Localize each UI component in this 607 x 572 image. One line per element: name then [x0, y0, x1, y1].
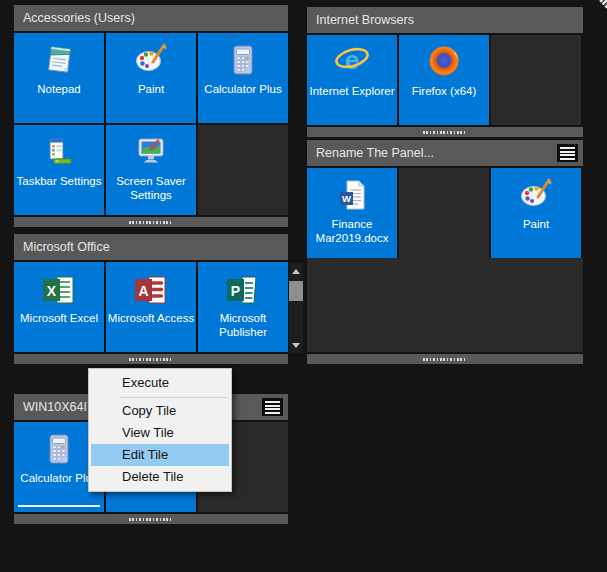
tile-paint[interactable]: Paint — [106, 33, 196, 123]
taskbar-settings-icon — [41, 129, 77, 169]
tile-label: Calculator Plus — [204, 82, 281, 96]
hamburger-icon — [560, 147, 575, 160]
paint-icon — [133, 37, 169, 77]
panel-title: Internet Browsers — [316, 13, 414, 27]
panel-header-rename-panel[interactable]: Rename The Panel... — [307, 140, 583, 166]
panel-resize-handle[interactable] — [14, 514, 288, 524]
notepad-icon — [41, 37, 77, 77]
tile-screen-saver-settings[interactable]: Screen Saver Settings — [106, 125, 196, 215]
drag-dots-icon — [423, 358, 467, 361]
tile-label: Microsoft Publisher — [199, 311, 287, 339]
publisher-icon: P — [221, 266, 265, 306]
drag-dots-icon — [423, 131, 467, 134]
drag-dots-icon — [129, 221, 173, 224]
panel-resize-handle[interactable] — [14, 354, 288, 364]
tile-notepad[interactable]: Notepad — [14, 33, 104, 123]
tile-label: Paint — [523, 217, 549, 231]
tile-label: Paint — [138, 82, 164, 96]
menu-separator — [119, 397, 228, 398]
drag-dots-icon — [129, 518, 173, 521]
tile-microsoft-access[interactable]: AMicrosoft Access — [106, 262, 196, 352]
panel-header-internet-browsers[interactable]: Internet Browsers — [307, 7, 583, 33]
panel-menu-button[interactable] — [557, 144, 578, 162]
menu-item-execute[interactable]: Execute — [91, 371, 229, 395]
tile-label: Notepad — [37, 82, 80, 96]
panel-scrollbar[interactable] — [289, 263, 303, 353]
tile-taskbar-settings[interactable]: Taskbar Settings — [14, 125, 104, 215]
internet-explorer-icon: e — [333, 39, 371, 79]
panel-resize-handle[interactable] — [307, 354, 583, 364]
access-icon: A — [129, 266, 173, 306]
panel-resize-handle[interactable] — [307, 127, 583, 137]
panel-accessories: Accessories (Users)NotepadPaintCalculato… — [14, 5, 288, 227]
calculator-icon — [42, 426, 76, 466]
svg-text:W: W — [342, 193, 351, 204]
panel-title: Rename The Panel... — [316, 146, 434, 160]
scroll-up-button[interactable] — [289, 265, 303, 277]
tile-label: Screen Saver Settings — [107, 174, 195, 202]
scrollbar-thumb[interactable] — [289, 281, 303, 301]
menu-item-copy-tile[interactable]: Copy Tile — [91, 400, 229, 422]
tile-label: Taskbar Settings — [16, 174, 101, 188]
hamburger-icon — [265, 401, 280, 414]
tile-label: Microsoft Excel — [20, 311, 98, 325]
paint-icon — [518, 172, 554, 212]
panel-header-accessories[interactable]: Accessories (Users) — [14, 5, 288, 31]
panel-rename-panel: Rename The Panel...WFinance Mar2019.docx… — [307, 140, 583, 364]
active-tile-indicator — [18, 505, 100, 507]
scroll-down-button[interactable] — [289, 339, 303, 351]
tile-launcher-app: Accessories (Users)NotepadPaintCalculato… — [0, 0, 607, 572]
svg-text:A: A — [138, 283, 148, 299]
empty-cell — [399, 168, 489, 258]
tile-grid: NotepadPaintCalculator PlusTaskbar Setti… — [14, 33, 288, 215]
panel-body-empty-area — [307, 258, 583, 352]
tile-paint[interactable]: Paint — [491, 168, 581, 258]
tile-grid: WFinance Mar2019.docxPaint — [307, 168, 583, 258]
menu-item-edit-tile[interactable]: Edit Tile — [91, 444, 229, 466]
menu-item-delete-tile[interactable]: Delete Tile — [91, 466, 229, 488]
word-document-icon: W — [335, 172, 369, 212]
panel-menu-button[interactable] — [262, 398, 283, 416]
tile-label: Firefox (x64) — [412, 84, 477, 98]
tile-grid: eInternet ExplorerFirefox (x64) — [307, 35, 583, 125]
screen-saver-icon — [133, 129, 169, 169]
tile-calculator-plus[interactable]: Calculator Plus — [198, 33, 288, 123]
calculator-icon — [226, 37, 260, 77]
tile-label: Internet Explorer — [309, 84, 394, 98]
pencil-cursor — [589, 0, 607, 18]
tile-label: Finance Mar2019.docx — [308, 217, 396, 245]
firefox-icon — [426, 39, 462, 79]
panel-title: Accessories (Users) — [23, 11, 135, 25]
scroll-up-arrow — [292, 269, 300, 274]
scroll-down-arrow — [292, 343, 300, 348]
tile-microsoft-excel[interactable]: XMicrosoft Excel — [14, 262, 104, 352]
context-menu: ExecuteCopy TileView TileEdit TileDelete… — [88, 368, 232, 492]
drag-dots-icon — [129, 358, 173, 361]
tile-grid: XMicrosoft ExcelAMicrosoft AccessPMicros… — [14, 262, 288, 352]
tile-label: Microsoft Access — [108, 311, 194, 325]
panel-resize-handle[interactable] — [14, 217, 288, 227]
tile-microsoft-publisher[interactable]: PMicrosoft Publisher — [198, 262, 288, 352]
empty-cell — [198, 125, 288, 215]
menu-item-view-tile[interactable]: View Tile — [91, 422, 229, 444]
tile-firefox-x64[interactable]: Firefox (x64) — [399, 35, 489, 125]
tile-internet-explorer[interactable]: eInternet Explorer — [307, 35, 397, 125]
panel-internet-browsers: Internet BrowserseInternet ExplorerFiref… — [307, 7, 583, 137]
panel-microsoft-office: Microsoft OfficeXMicrosoft ExcelAMicroso… — [14, 234, 288, 364]
tile-label: Calculator Plus — [20, 471, 97, 485]
svg-text:P: P — [231, 283, 240, 299]
empty-cell — [491, 35, 581, 125]
excel-icon: X — [37, 266, 81, 306]
panel-header-microsoft-office[interactable]: Microsoft Office — [14, 234, 288, 260]
tile-finance-mar2019-docx[interactable]: WFinance Mar2019.docx — [307, 168, 397, 258]
svg-text:X: X — [47, 283, 57, 299]
panel-title: Microsoft Office — [23, 240, 110, 254]
